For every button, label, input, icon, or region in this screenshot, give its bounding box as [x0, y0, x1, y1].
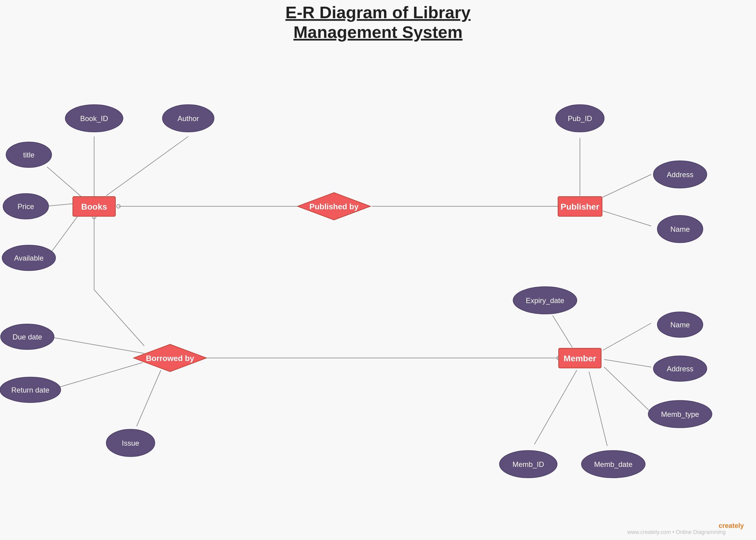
relation-publishedby-label: Published by	[309, 202, 359, 211]
attr-available-label: Available	[14, 254, 44, 262]
entity-member-label: Member	[564, 354, 596, 363]
line-member-expirydate	[553, 316, 572, 347]
attr-price-label: Price	[18, 202, 34, 210]
line-borrowedby-duedate	[49, 337, 144, 353]
entity-books-label: Books	[81, 202, 107, 211]
attr-pub-address-label: Address	[667, 171, 693, 179]
attr-author-label: Author	[178, 114, 199, 123]
line-member-membdate	[589, 372, 607, 446]
line-member-name	[603, 323, 651, 350]
watermark-brand: creately	[719, 522, 744, 529]
attr-membdate-label: Memb_date	[594, 460, 633, 469]
attr-duedate-label: Due date	[12, 333, 42, 341]
attr-issue-label: Issue	[122, 439, 139, 447]
attr-memb-address-label: Address	[667, 365, 693, 373]
attr-pubid-label: Pub_ID	[568, 114, 592, 123]
attr-expirydate-label: Expiry_date	[526, 296, 564, 305]
entity-publisher-label: Publisher	[560, 202, 599, 211]
attr-membid-label: Memb_ID	[512, 460, 544, 469]
line-borrowedby-issue	[137, 370, 161, 426]
diagram-title-line2: Management System	[293, 23, 463, 42]
line-books-title	[47, 167, 82, 197]
line-member-membid	[534, 370, 577, 445]
attr-memb-name-label: Name	[670, 321, 690, 329]
relation-borrowedby-label: Borrowed by	[146, 354, 194, 363]
attr-title-label: title	[23, 151, 34, 159]
line-books-borrowedby-diag	[94, 290, 144, 346]
line-books-available	[47, 212, 81, 258]
attr-membtype-label: Memb_type	[661, 410, 699, 418]
line-publisher-name	[603, 211, 651, 226]
line-books-author	[106, 137, 188, 196]
attr-returndate-label: Return date	[11, 386, 49, 394]
line-borrowedby-returndate	[50, 362, 143, 390]
watermark: www.creately.com • Online Diagramming	[627, 529, 726, 535]
line-member-address	[604, 359, 651, 367]
attr-bookid-label: Book_ID	[80, 114, 108, 123]
line-publisher-address	[603, 175, 651, 197]
line-member-membtype	[604, 367, 651, 413]
attr-pub-name-label: Name	[670, 225, 690, 233]
diagram-title-line1: E-R Diagram of Library	[285, 3, 471, 22]
